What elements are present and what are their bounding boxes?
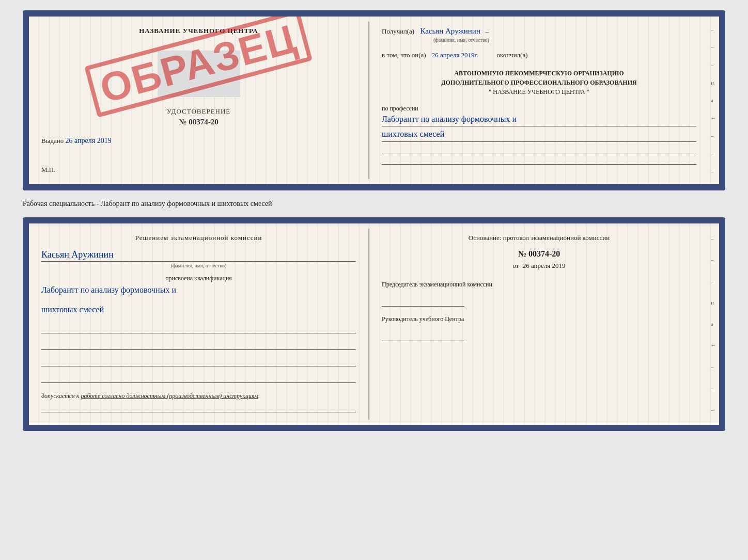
head-sign-line [382,333,464,341]
underline-1 [382,144,696,153]
qualification-label: присвоена квалификация [41,275,356,282]
protocol-date-prefix: от [512,262,519,269]
prof-value-line2: шихтовых смесей [382,129,696,141]
head-block: Руководитель учебного Центра [382,315,696,341]
received-line: Получил(а) Касьян Аружинин – (фамилия, и… [382,27,696,44]
cert-photo-placeholder [158,51,240,97]
blank-line-2 [41,341,356,350]
received-name: Касьян Аружинин [420,27,480,35]
prof-value-line1: Лаборантт по анализу формовочных и [382,114,696,126]
prof-label: по профессии [382,105,696,113]
protocol-date: от 26 апреля 2019 [382,262,696,270]
top-document: НАЗВАНИЕ УЧЕБНОГО ЦЕНТРА ОБРАЗЕЦ УДОСТОВ… [23,10,725,190]
chairman-label: Председатель экзаменационной комиссии [382,280,696,289]
underline-2 [382,155,696,165]
vtom-label: в том, что он(а) [382,51,426,59]
org-line1: АВТОНОМНУЮ НЕКОММЕРЧЕСКУЮ ОРГАНИЗАЦИЮ [382,69,696,78]
org-line2: ДОПОЛНИТЕЛЬНОГО ПРОФЕССИОНАЛЬНОГО ОБРАЗО… [382,78,696,87]
qualification-value-2: шихтовых смесей [41,304,356,315]
profession-block: по профессии Лаборантт по анализу формов… [382,105,696,165]
specialty-line: Рабочая специальность - Лаборант по анал… [23,196,725,212]
cert-vydano: Выдано 26 апреля 2019 [41,137,356,145]
vtom-date: 26 апреля 2019г. [432,51,478,59]
org-block: АВТОНОМНУЮ НЕКОММЕРЧЕСКУЮ ОРГАНИЗАЦИЮ ДО… [382,69,696,97]
osnov-label: Основание: протокол экзаменационной коми… [382,234,696,242]
protocol-number: № 00374-20 [382,249,696,259]
admission-text: допускается к работе согласно должностны… [41,392,356,400]
blank-line-3 [41,357,356,366]
mp-label: М.П. [41,166,356,174]
top-left-panel: НАЗВАНИЕ УЧЕБНОГО ЦЕНТРА ОБРАЗЕЦ УДОСТОВ… [29,17,368,184]
bottom-person-name: Касьян Аружинин [41,249,356,262]
name-sublabel: (фамилия, имя, отчество) [433,37,489,43]
vtom-line: в том, что он(а) 26 апреля 2019г. окончи… [382,51,696,59]
bottom-left-panel: Решением экзаменационной комиссии Касьян… [29,223,368,425]
side-marks-bottom: – – – и а ← – – – [709,223,719,425]
bottom-right-panel: Основание: протокол экзаменационной коми… [369,223,709,425]
protocol-date-value: 26 апреля 2019 [523,262,566,269]
cert-type-label: УДОСТОВЕРЕНИЕ [41,107,356,116]
chairman-block: Председатель экзаменационной комиссии [382,280,696,307]
okonchil-label: окончил(а) [496,51,527,59]
qualification-value-1: Лаборантт по анализу формовочных и [41,284,356,296]
top-right-panel: Получил(а) Касьян Аружинин – (фамилия, и… [369,17,709,184]
received-label: Получил(а) [382,27,414,35]
blank-line-4 [41,374,356,383]
side-marks-top: – – – и а ← – – – [709,17,719,184]
cert-number: № 00374-20 [41,118,356,126]
decision-label: Решением экзаменационной комиссии [41,234,356,242]
vydano-date: 26 апреля 2019 [66,137,112,145]
cert-title: НАЗВАНИЕ УЧЕБНОГО ЦЕНТРА [41,27,356,35]
blank-line-1 [41,324,356,333]
admission-underline [41,403,356,412]
bottom-name-sublabel: (фамилия, имя, отчество) [41,263,356,268]
org-line3: " НАЗВАНИЕ УЧЕБНОГО ЦЕНТРА " [382,87,696,97]
document-container: НАЗВАНИЕ УЧЕБНОГО ЦЕНТРА ОБРАЗЕЦ УДОСТОВ… [23,10,725,431]
blank-lines-bottom [41,324,356,385]
bottom-document: Решением экзаменационной комиссии Касьян… [23,217,725,431]
chairman-sign-line [382,298,464,307]
vydano-label: Выдано [41,137,64,145]
head-label: Руководитель учебного Центра [382,315,696,324]
